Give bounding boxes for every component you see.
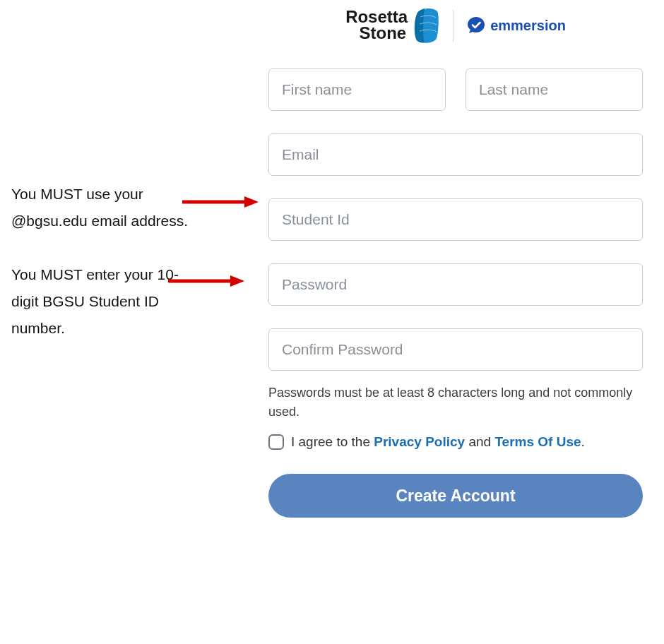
logo-row: Rosetta Stone emmersion	[268, 0, 643, 68]
create-account-button[interactable]: Create Account	[268, 474, 643, 518]
agree-row: I agree to the Privacy Policy and Terms …	[268, 434, 643, 450]
agree-checkbox[interactable]	[268, 434, 284, 450]
agree-text: I agree to the Privacy Policy and Terms …	[291, 434, 585, 450]
emmersion-text: emmersion	[490, 18, 566, 34]
emmersion-icon	[466, 16, 486, 35]
rosetta-stone-icon	[412, 7, 440, 44]
rosetta-text-line2: Stone	[345, 25, 406, 42]
first-name-input[interactable]	[268, 68, 446, 111]
annotation-email: You MUST use your @bgsu.edu email addres…	[11, 181, 195, 234]
agree-prefix: I agree to the	[291, 434, 374, 449]
password-helper-text: Passwords must be at least 8 characters …	[268, 383, 643, 422]
arrow-icon	[182, 195, 260, 209]
agree-middle: and	[465, 434, 494, 449]
email-input[interactable]	[268, 133, 643, 176]
agree-suffix: .	[581, 434, 585, 449]
student-id-input[interactable]	[268, 198, 643, 241]
terms-of-use-link[interactable]: Terms Of Use	[494, 434, 581, 449]
last-name-input[interactable]	[466, 68, 643, 111]
rosetta-stone-logo: Rosetta Stone	[345, 7, 440, 44]
confirm-password-input[interactable]	[268, 328, 643, 371]
svg-marker-1	[244, 196, 259, 208]
password-input[interactable]	[268, 263, 643, 306]
svg-marker-3	[230, 275, 244, 287]
annotation-student-id: You MUST enter your 10-digit BGSU Studen…	[11, 261, 195, 341]
arrow-icon	[168, 274, 246, 288]
privacy-policy-link[interactable]: Privacy Policy	[374, 434, 465, 449]
logo-divider	[453, 10, 453, 42]
emmersion-logo: emmersion	[466, 16, 566, 35]
